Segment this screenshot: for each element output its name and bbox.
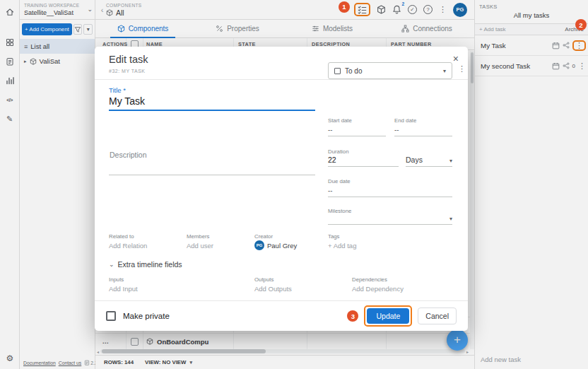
members-label: Members [187, 233, 210, 240]
status-caret-icon: ▾ [443, 68, 446, 74]
section-chevron-icon: ⌄ [109, 261, 114, 268]
cancel-button[interactable]: Cancel [418, 308, 457, 324]
annotation-step-2: 2 [575, 19, 587, 30]
title-input[interactable]: My Task [109, 95, 145, 107]
tags-label: Tags [328, 233, 339, 240]
due-date-label: Due date [328, 178, 351, 184]
annotation-step-3: 3 [347, 310, 358, 322]
tags-add[interactable]: + Add tag [328, 242, 356, 250]
milestone-caret-icon: ▾ [449, 216, 452, 222]
title-input-underline [109, 110, 315, 111]
dialog-divider [95, 79, 468, 80]
make-private-label: Make private [123, 312, 170, 320]
inputs-label: Inputs [109, 276, 124, 283]
make-private-checkbox[interactable] [106, 311, 116, 321]
title-field-label: Title * [109, 86, 126, 94]
related-to-add[interactable]: Add Relation [109, 242, 147, 250]
dependencies-label: Dependencies [352, 276, 387, 283]
status-checkbox-icon [334, 68, 341, 74]
annotation-step-1: 1 [339, 1, 350, 13]
related-to-label: Related to [109, 233, 134, 240]
dialog-kebab-icon[interactable]: ⋮ [458, 65, 466, 73]
creator-label: Creator [254, 233, 273, 240]
inputs-add[interactable]: Add Input [109, 285, 138, 293]
extra-timeline-section-toggle[interactable]: ⌄ Extra timeline fields [109, 260, 182, 269]
outputs-label: Outputs [254, 276, 274, 283]
milestone-label: Milestone [328, 208, 351, 214]
milestone-select[interactable]: ▾ [328, 215, 452, 225]
duration-caret-icon: ▾ [449, 158, 452, 164]
end-date-label: End date [394, 117, 416, 124]
dialog-footer: Make private 3 Update Cancel [95, 300, 468, 331]
duration-label: Duration [328, 148, 348, 155]
annotation-box-3: Update [364, 305, 412, 327]
dialog-subtitle: #32: MY TASK [109, 69, 146, 74]
start-date-input[interactable]: -- [328, 126, 386, 136]
description-input[interactable]: Description [110, 151, 147, 159]
members-add[interactable]: Add user [187, 242, 213, 250]
duration-input[interactable]: 22 [328, 156, 399, 167]
edit-task-dialog: Edit task #32: MY TASK × ⋮ Title * My Ta… [95, 47, 468, 331]
duration-unit-select[interactable]: Days▾ [406, 156, 452, 167]
update-button[interactable]: Update [367, 308, 409, 324]
dialog-title: Edit task [109, 54, 148, 65]
due-date-input[interactable]: -- [328, 187, 452, 197]
end-date-input[interactable]: -- [394, 126, 452, 136]
start-date-label: Start date [328, 117, 352, 124]
dependencies-add[interactable]: Add Dependency [352, 285, 404, 293]
close-icon[interactable]: × [453, 53, 459, 64]
outputs-add[interactable]: Add Outputs [254, 285, 292, 293]
description-underline [109, 175, 315, 175]
creator-avatar: PG [254, 240, 264, 250]
status-select[interactable]: To do ▾ [328, 62, 452, 79]
creator-value: PG Paul Grey [254, 240, 297, 250]
